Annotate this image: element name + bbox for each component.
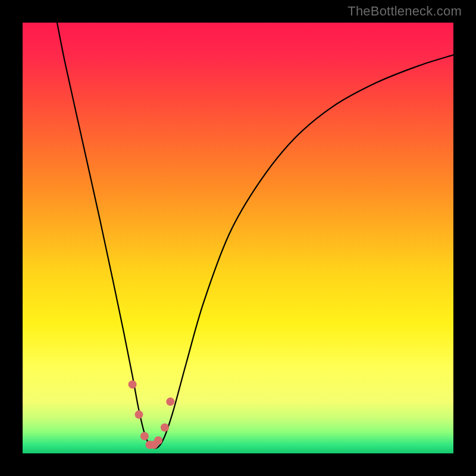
chart-frame: TheBottleneck.com (0, 0, 476, 476)
marker-dot (134, 411, 143, 419)
curve-layer (23, 23, 453, 453)
plot-area (23, 23, 453, 453)
marker-dot (154, 436, 162, 444)
marker-dot (166, 397, 174, 406)
marker-dot (161, 424, 169, 432)
attribution-label: TheBottleneck.com (347, 4, 462, 19)
marker-dot (129, 380, 137, 389)
marker-dot (140, 432, 149, 440)
bottleneck-curve (57, 23, 453, 448)
